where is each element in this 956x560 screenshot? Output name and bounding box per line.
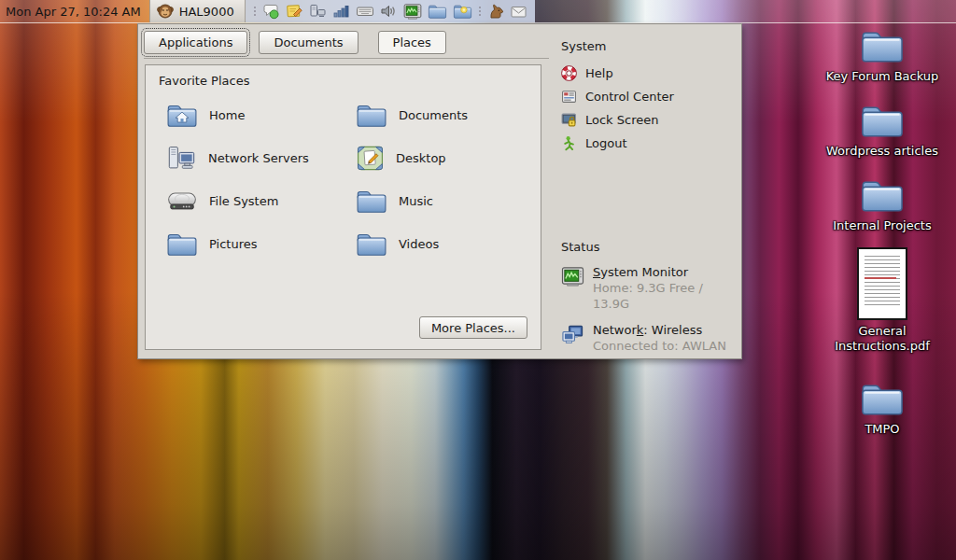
monkey-icon [157, 3, 174, 20]
top-panel: Mon Apr 27, 10:24 AM HAL9000 [0, 0, 956, 23]
status-item-system-monitor[interactable]: System Monitor Home: 9.3G Free / 13.9G [561, 264, 735, 312]
sticky-notes-icon[interactable] [286, 3, 303, 20]
folder-icon [860, 177, 905, 215]
system-item-control-center[interactable]: Control Center [561, 85, 735, 108]
place-item-documents[interactable]: Documents [356, 100, 468, 131]
status-item-detail: Connected to: AWLAN [593, 338, 726, 354]
clock-applet[interactable]: Mon Apr 27, 10:24 AM [0, 0, 149, 22]
lock-screen-icon [561, 112, 577, 128]
folder-icon [860, 103, 905, 140]
folder-icon [860, 381, 905, 418]
tab-applications[interactable]: Applications [144, 31, 247, 54]
place-item-desktop[interactable]: Desktop [356, 143, 468, 174]
place-item-home[interactable]: Home [166, 100, 356, 131]
status-item-network[interactable]: Network: Wireless Connected to: AWLAN [561, 322, 735, 354]
favorite-places-title: Favorite Places [159, 74, 249, 88]
tab-documents[interactable]: Documents [259, 31, 358, 54]
place-item-file-system[interactable]: File System [166, 186, 356, 217]
tray-drag-handle-2[interactable] [478, 7, 482, 16]
tray-drag-handle[interactable] [253, 7, 257, 16]
main-menu-button[interactable]: HAL9000 [149, 0, 246, 22]
system-item-help[interactable]: Help [561, 62, 735, 85]
bookmarks-folder-icon[interactable] [453, 4, 472, 20]
home-folder-icon [166, 103, 198, 129]
desktop-icon-label: TMPO [865, 422, 899, 437]
folder-icon [166, 231, 198, 258]
folder-icon [356, 231, 387, 258]
place-label: Home [209, 108, 245, 122]
place-item-pictures[interactable]: Pictures [166, 229, 356, 259]
folder-icon [356, 189, 387, 215]
status-title: Status [561, 240, 735, 254]
system-monitor-icon [561, 266, 584, 287]
volume-icon[interactable] [380, 3, 398, 20]
place-label: File System [209, 194, 278, 208]
help-lifebuoy-icon [561, 65, 577, 81]
system-item-logout[interactable]: Logout [561, 132, 735, 155]
status-item-label: Network: Wireless [593, 322, 726, 338]
messenger-icon[interactable] [262, 3, 280, 20]
pdf-document-icon [857, 247, 907, 320]
desktop-icon-label: Key Forum Backup [826, 69, 939, 84]
mail-icon[interactable] [510, 3, 527, 20]
tab-places[interactable]: Places [378, 31, 446, 54]
folder-icon [356, 103, 387, 129]
notebook-divider [144, 58, 549, 59]
desktop-icon-wordpress-articles[interactable]: Wordpress articles [812, 103, 952, 159]
place-label: Pictures [209, 237, 257, 251]
status-item-label: System Monitor [593, 264, 735, 280]
favorite-places-panel: Favorite Places Home Documents Network S… [145, 64, 541, 350]
desktop-icon [356, 144, 385, 173]
system-item-label: Help [585, 66, 613, 80]
place-label: Desktop [396, 151, 446, 165]
menu-tab-bar: Applications Documents Places [144, 31, 446, 54]
status-item-detail: Home: 9.3G Free / 13.9G [593, 280, 735, 312]
system-item-lock-screen[interactable]: Lock Screen [561, 108, 735, 132]
logout-running-man-icon [561, 135, 577, 151]
network-devices-icon[interactable] [309, 3, 327, 20]
desktop-icon-label: Wordpress articles [826, 144, 938, 159]
place-item-music[interactable]: Music [356, 186, 468, 217]
system-item-label: Control Center [585, 90, 674, 104]
wireless-network-icon [561, 324, 584, 345]
signal-strength-icon[interactable] [332, 3, 350, 20]
status-section: Status System Monitor Home: 9.3G Free / … [561, 240, 735, 354]
place-label: Documents [399, 108, 468, 122]
main-menu-window: Applications Documents Places Favorite P… [137, 23, 742, 359]
panel-tray [246, 0, 535, 22]
system-item-label: Lock Screen [585, 113, 658, 127]
place-label: Videos [399, 237, 439, 251]
system-section: System Help [561, 39, 735, 155]
place-item-network-servers[interactable]: Network Servers [166, 143, 356, 174]
system-item-label: Logout [585, 136, 627, 150]
desktop-icon-key-forum-backup[interactable]: Key Forum Backup [812, 28, 952, 84]
main-menu-label: HAL9000 [179, 5, 234, 19]
keyboard-icon[interactable] [356, 3, 374, 20]
place-label: Music [399, 194, 433, 208]
desktop-icon-label: Internal Projects [833, 218, 932, 233]
desktop-icon-general-instructions-pdf[interactable]: General Instructions.pdf [812, 247, 952, 354]
desktop-icon-internal-projects[interactable]: Internal Projects [812, 177, 952, 233]
place-label: Network Servers [208, 151, 309, 165]
amule-donkey-icon[interactable] [487, 3, 504, 20]
network-servers-icon [166, 145, 197, 173]
hard-drive-icon [166, 189, 198, 214]
desktop: Mon Apr 27, 10:24 AM HAL9000 [0, 0, 956, 560]
more-places-button[interactable]: More Places... [419, 316, 527, 339]
system-monitor-tray-icon[interactable] [403, 3, 422, 21]
desktop-icon-tmpo[interactable]: TMPO [812, 381, 952, 437]
control-center-icon [561, 89, 577, 105]
place-item-videos[interactable]: Videos [356, 229, 468, 259]
folder-icon [860, 28, 905, 65]
system-title: System [561, 39, 735, 53]
desktop-icon-label: General Instructions.pdf [812, 324, 952, 354]
file-manager-folder-icon[interactable] [428, 4, 447, 20]
places-grid: Home Documents Network Servers Desktop F… [166, 100, 468, 259]
